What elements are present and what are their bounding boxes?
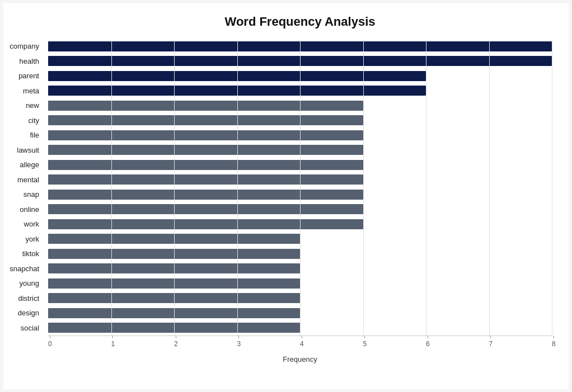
x-tick-line bbox=[554, 336, 554, 338]
x-tick-label: 6 bbox=[426, 340, 430, 348]
grid-line bbox=[552, 39, 552, 336]
bar-label: lawsuit bbox=[4, 146, 44, 154]
x-tick-label: 8 bbox=[552, 340, 556, 348]
grid-line bbox=[363, 39, 364, 336]
bar-label: young bbox=[4, 279, 44, 287]
bar-label: new bbox=[4, 101, 44, 110]
x-axis: 012345678 Frequency bbox=[48, 336, 552, 363]
bar-fill bbox=[48, 190, 363, 200]
bar-label: york bbox=[4, 235, 44, 243]
x-tick: 8 bbox=[552, 336, 556, 348]
x-tick-line bbox=[176, 336, 176, 338]
bar-fill bbox=[48, 219, 363, 229]
grid-line bbox=[300, 39, 301, 336]
x-tick-line bbox=[112, 336, 113, 338]
grid-line bbox=[111, 39, 112, 336]
bar-fill bbox=[48, 174, 363, 185]
bar-fill bbox=[48, 160, 363, 170]
x-tick-label: 3 bbox=[237, 340, 241, 348]
x-tick: 4 bbox=[300, 336, 304, 348]
bar-label: file bbox=[4, 131, 44, 139]
bar-label: snap bbox=[4, 190, 44, 199]
x-tick: 2 bbox=[174, 336, 178, 348]
x-tick-label: 4 bbox=[300, 340, 304, 348]
x-tick: 0 bbox=[48, 336, 52, 348]
bar-fill bbox=[48, 101, 363, 111]
x-tick-line bbox=[490, 336, 491, 338]
grid-line bbox=[237, 39, 238, 336]
chart-area: companyhealthparentmetanewcityfilelawsui… bbox=[48, 39, 552, 363]
x-tick-label: 5 bbox=[363, 340, 367, 348]
bar-label: city bbox=[4, 116, 44, 125]
bar-label: social bbox=[4, 324, 44, 332]
x-tick-label: 7 bbox=[489, 340, 493, 348]
x-tick: 3 bbox=[237, 336, 241, 348]
x-tick: 6 bbox=[426, 336, 430, 348]
bar-label: company bbox=[4, 42, 44, 50]
x-tick: 1 bbox=[111, 336, 115, 348]
chart-container: Word Frequency Analysis companyhealthpar… bbox=[3, 3, 569, 389]
bar-label: district bbox=[4, 294, 44, 303]
chart-title: Word Frequency Analysis bbox=[48, 15, 552, 29]
x-tick: 5 bbox=[363, 336, 367, 348]
x-tick: 7 bbox=[489, 336, 493, 348]
bar-label: snapchat bbox=[4, 265, 44, 273]
bar-label: parent bbox=[4, 72, 44, 80]
x-tick-line bbox=[364, 336, 365, 338]
grid-line bbox=[489, 39, 490, 336]
x-tick-label: 2 bbox=[174, 340, 178, 348]
bar-label: allege bbox=[4, 160, 44, 169]
x-tick-label: 0 bbox=[48, 340, 52, 348]
bar-label: health bbox=[4, 57, 44, 65]
bar-fill bbox=[48, 145, 363, 155]
bar-label: design bbox=[4, 309, 44, 317]
bar-label: work bbox=[4, 220, 44, 228]
bar-fill bbox=[48, 115, 363, 125]
x-tick-line bbox=[428, 336, 428, 338]
x-tick-label: 1 bbox=[111, 340, 115, 348]
grid-line bbox=[426, 39, 426, 336]
grid-line bbox=[174, 39, 175, 336]
bar-fill bbox=[48, 130, 363, 140]
bar-label: mental bbox=[4, 176, 44, 184]
x-axis-title: Frequency bbox=[48, 355, 552, 363]
bar-label: online bbox=[4, 205, 44, 214]
x-tick-line bbox=[302, 336, 302, 338]
bar-fill bbox=[48, 204, 363, 214]
x-tick-line bbox=[50, 336, 50, 338]
bar-label: meta bbox=[4, 87, 44, 95]
x-tick-line bbox=[238, 336, 239, 338]
bar-label: tiktok bbox=[4, 249, 44, 258]
